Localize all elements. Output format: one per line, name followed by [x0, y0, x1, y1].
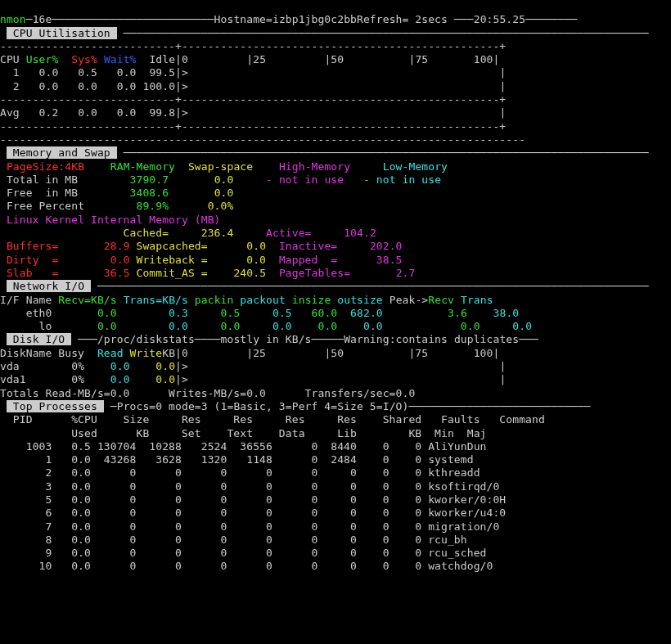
mem-pagetab-lbl: PageTables= [279, 267, 350, 279]
mem-total-swap: 0.0 [214, 173, 234, 186]
mem-cached-lbl: Cached= [124, 227, 169, 239]
mem-active-val: 104.2 [344, 227, 376, 239]
mem-pagesize: PageSize:4KB [7, 160, 84, 173]
cpu-sep-top: ---------------------------+------------… [0, 40, 506, 52]
hostname-label: Hostname= [214, 13, 272, 25]
mem-swapcached-lbl: Swapcached= [137, 240, 208, 252]
net-hdr-pkin: packin [195, 294, 234, 306]
cpu-hdr-user: User% [26, 53, 59, 65]
cpu-section-title: CPU Utilisation [7, 27, 117, 39]
cpu-avg-n: Avg [0, 106, 20, 119]
mem-inactive-val: 202.0 [370, 240, 403, 252]
cpu-sep-mid: ---------------------------+------------… [0, 93, 506, 106]
mem-swapcached-val: 0.0 [246, 240, 266, 252]
mem-buffers-val: 28.9 [104, 240, 130, 252]
prog-ver: 16e [33, 13, 52, 25]
disk-section-title: Disk I/O [7, 333, 71, 345]
disk-row1-n: vda [0, 360, 65, 372]
hostname-value: izbp1jbg0c2bb [272, 13, 357, 25]
disk-scale: |0 |25 |50 |75 100| [175, 347, 499, 359]
nmon-screen: nmon─16e─────────────────────────Hostnam… [0, 0, 671, 574]
net-hdr-trans: Trans=KB/s [124, 294, 188, 306]
disk-totals: Totals Read-MB/s=0.0 Writes-MB/s=0.0 Tra… [0, 387, 415, 399]
disk-row2-n: vda1 [0, 373, 65, 385]
mem-active-lbl: Active= [266, 227, 312, 239]
cpu-tail-dash: ----------------------------------------… [0, 133, 525, 146]
mem-pct-lbl: Free Percent [7, 200, 84, 212]
mem-mapped-lbl: Mapped = [279, 254, 337, 266]
cpu-hdr-sys: Sys% [71, 53, 97, 65]
mem-dirty-lbl: Dirty = [7, 254, 58, 266]
net-hdr-pkout: packout [240, 294, 286, 306]
cpu-sep-bot: ---------------------------+------------… [0, 120, 506, 133]
mem-free-swap: 0.0 [214, 187, 234, 199]
mem-kline: Linux Kernel Internal Memory (MB) [7, 214, 221, 226]
mem-buffers-lbl: Buffers= [7, 240, 58, 252]
mem-section-title: Memory and Swap [7, 146, 117, 159]
net-hdr-outsz: outsize [337, 294, 383, 306]
mem-ram-lbl: RAM-Memory [110, 160, 175, 173]
proc-rows: 1003 0.5 130704 10288 2524 36556 0 8440 … [0, 440, 506, 573]
refresh-label: Refresh= [357, 13, 415, 25]
prog-name: nmon [0, 13, 26, 25]
cpu-hdr-idle: Idle [149, 53, 175, 65]
mem-slab-lbl: Slab = [7, 267, 58, 279]
cpu-scale: |0 |25 |50 |75 100| [175, 53, 499, 65]
net-hdr-if: I/F Name [0, 294, 52, 306]
time-value: 20:55.25 [474, 13, 525, 25]
net-hdr-ptrans: Trans [461, 294, 493, 306]
net-section-title: Network I/O [7, 280, 91, 292]
cpu-bar-2: |> | [175, 80, 506, 92]
net-hdr-recv: Recv=KB/s [58, 294, 116, 306]
mem-pct-swap: 0.0% [208, 200, 234, 212]
mem-low-niu: - not in use [363, 173, 441, 186]
mem-cached-val: 236.4 [201, 227, 234, 239]
mem-dirty-val: 0.0 [110, 254, 130, 266]
mem-free-ram: 3408.6 [130, 187, 169, 199]
net-hdr-precv: Recv [428, 294, 454, 306]
net-hdr-insz: insize [292, 294, 331, 306]
mem-total-ram: 3790.7 [130, 173, 169, 186]
mem-mapped-val: 38.5 [376, 254, 403, 266]
top-section-title: Top Processes [7, 400, 104, 412]
cpu-hdr-wait: Wait% [104, 53, 137, 65]
mem-pagetab-val: 2.7 [396, 267, 416, 279]
mem-free-lbl: Free in MB [7, 187, 78, 199]
mem-high-lbl: High-Memory [279, 160, 350, 173]
top-title-tail: ─Procs=0 mode=3 (1=Basic, 3=Perf 4=Size … [110, 400, 591, 412]
mem-writeback-val: 0.0 [246, 254, 266, 266]
net-row1-if: eth0 [0, 307, 52, 319]
mem-swap-lbl: Swap-space [188, 160, 253, 173]
cpu-row2-n: 2 [0, 80, 20, 92]
mem-slab-val: 36.5 [104, 267, 130, 279]
mem-writeback-lbl: Writeback = [137, 254, 208, 266]
net-title-dash: ────────────────────────────────────────… [97, 280, 649, 292]
mem-commit-val: 240.5 [233, 267, 266, 279]
mem-low-lbl: Low-Memory [383, 160, 448, 173]
disk-hdr: DiskName Busy Read WriteKB [0, 347, 175, 359]
mem-high-niu: - not in use [266, 173, 344, 186]
cpu-bar-1: |> | [175, 66, 506, 79]
refresh-value: 2secs [415, 13, 448, 25]
mem-pct-ram: 89.9% [136, 200, 169, 212]
mem-inactive-lbl: Inactive= [279, 240, 337, 252]
net-row2-if: lo [0, 320, 52, 332]
mem-commit-lbl: Commit_AS = [137, 267, 208, 279]
net-hdr-peak: Peak-> [390, 294, 429, 306]
proc-hdr2: Used KB Set Text Data Lib KB Min Maj [0, 427, 487, 439]
cpu-title-dash: ────────────────────────────────────────… [124, 27, 649, 39]
cpu-bar-avg: |> | [175, 106, 506, 119]
mem-title-dash: ────────────────────────────────────────… [124, 146, 649, 159]
disk-bar-2: |> | [175, 373, 506, 385]
cpu-hdr-cpu: CPU [0, 53, 20, 65]
mem-total-lbl: Total in MB [7, 173, 78, 186]
cpu-row1-n: 1 [0, 66, 20, 79]
disk-bar-1: |> | [175, 360, 506, 372]
disk-title-tail: ───/proc/diskstats────mostly in KB/s────… [78, 333, 538, 345]
proc-hdr1: PID %CPU Size Res Res Res Res Shared Fau… [0, 413, 545, 426]
